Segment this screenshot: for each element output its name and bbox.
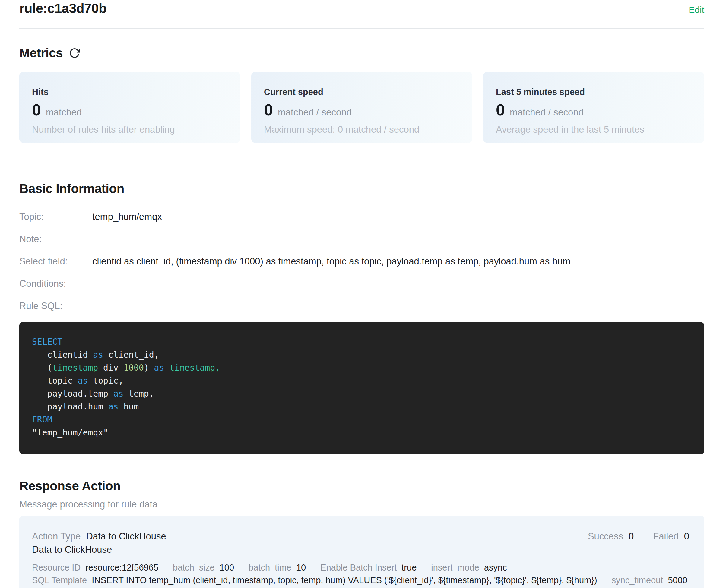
attribute-value: resource:12f56965 [86,562,158,573]
sql-code-line: clientid as client_id, [32,348,692,361]
sql-code-line: FROM [32,413,692,426]
failed-value: 0 [684,531,689,542]
metric-description: Number of rules hits after enabling [32,125,228,135]
action-type-pair: Action Type Data to ClickHouse [32,531,166,542]
basic-info-rows: Topic: temp_hum/emqx Note: Select field:… [19,210,704,312]
action-type-label: Action Type [32,531,80,542]
sql-code: SELECT clientid as client_id, (timestamp… [32,335,692,439]
metric-card: Hits 0 matched Number of rules hits afte… [19,72,240,143]
action-attributes-row: Resource ID resource:12f56965 batch_size… [32,562,689,573]
page-header: rule:c1a3d70b Edit [19,0,704,16]
action-card-top-row: Action Type Data to ClickHouse Success 0… [32,531,689,542]
metric-card-title: Current speed [264,87,460,97]
attribute-label: sync_timeout [612,575,663,586]
metric-value: 0 [32,101,41,118]
attribute-value: 10 [296,562,306,573]
response-action-subtitle: Message processing for rule data [19,498,704,511]
metric-value: 0 [264,101,273,118]
refresh-icon[interactable] [69,47,80,59]
page-title: rule:c1a3d70b [19,1,106,16]
metric-description: Maximum speed: 0 matched / second [264,125,460,135]
sql-code-line: topic as topic, [32,374,692,387]
info-row-label: Conditions: [19,277,92,290]
info-row-label: Rule SQL: [19,300,92,312]
divider [19,162,704,162]
metric-card: Last 5 minutes speed 0 matched / second … [483,72,704,143]
attribute-label: batch_size [173,562,215,573]
metric-card-value-row: 0 matched / second [264,101,460,121]
edit-link[interactable]: Edit [688,5,704,15]
attribute-label: SQL Template [32,575,87,586]
action-type-value: Data to ClickHouse [86,531,166,542]
info-row: Topic: temp_hum/emqx [19,210,704,223]
action-sql-template-row: SQL Template INSERT INTO temp_hum (clien… [32,575,689,586]
action-attribute: insert_mode async [431,562,507,573]
attribute-label: insert_mode [431,562,479,573]
action-attribute: Resource ID resource:12f56965 [32,562,158,573]
sql-code-line: payload.temp as temp, [32,387,692,400]
divider [19,465,704,466]
action-resource-name[interactable]: Data to ClickHouse [32,544,689,555]
info-row: Conditions: [19,277,704,290]
metric-value: 0 [496,101,505,118]
info-row-value: temp_hum/emqx [92,210,162,223]
info-row: Note: [19,233,704,245]
metric-card-value-row: 0 matched [32,101,228,121]
info-row-label: Note: [19,233,92,245]
sql-code-line: SELECT [32,335,692,348]
metrics-heading-label: Metrics [19,45,63,61]
success-counter: Success 0 [588,531,634,542]
info-row-label: Select field: [19,255,92,268]
attribute-value: true [401,562,416,573]
sql-code-line: "temp_hum/emqx" [32,426,692,439]
metric-unit: matched / second [278,104,352,121]
attribute-label: Enable Batch Insert [320,562,397,573]
metric-unit: matched / second [510,104,584,121]
info-row: Rule SQL: [19,300,704,312]
response-action-heading: Response Action [19,478,704,494]
sql-code-line: (timestamp div 1000) as timestamp, [32,361,692,374]
sql-code-line: payload.hum as hum [32,400,692,413]
info-row-label: Topic: [19,210,92,223]
metrics-section-heading: Metrics [19,45,704,61]
metric-card-title: Hits [32,87,228,97]
failed-label: Failed [653,531,678,542]
attribute-label: Resource ID [32,562,80,573]
divider [19,28,704,29]
attribute-value: INSERT INTO temp_hum (client_id, timesta… [92,575,597,586]
metric-unit: matched [46,104,82,121]
action-attribute: SQL Template INSERT INTO temp_hum (clien… [32,575,597,586]
action-attribute: sync_timeout 5000 [612,575,687,586]
metric-cards-row: Hits 0 matched Number of rules hits afte… [19,72,704,143]
metric-description: Average speed in the last 5 minutes [496,125,692,135]
metric-card-title: Last 5 minutes speed [496,87,692,97]
attribute-value: async [484,562,507,573]
info-row-value: clientid as client_id, (timestamp div 10… [92,255,570,268]
metric-card-value-row: 0 matched / second [496,101,692,121]
rule-sql-code-block: SELECT clientid as client_id, (timestamp… [19,322,704,454]
action-attribute: batch_time 10 [248,562,306,573]
success-label: Success [588,531,623,542]
attribute-label: batch_time [248,562,291,573]
action-counters: Success 0 Failed 0 [588,531,689,542]
basic-info-heading: Basic Information [19,181,704,197]
failed-counter: Failed 0 [653,531,689,542]
metric-card: Current speed 0 matched / second Maximum… [251,72,472,143]
action-attribute: batch_size 100 [173,562,234,573]
info-row: Select field: clientid as client_id, (ti… [19,255,704,268]
success-value: 0 [629,531,634,542]
rule-detail-page: rule:c1a3d70b Edit Metrics Hits 0 matche… [0,0,707,588]
attribute-value: 5000 [668,575,687,586]
attribute-value: 100 [220,562,234,573]
action-card: Action Type Data to ClickHouse Success 0… [19,516,704,588]
action-attribute: Enable Batch Insert true [320,562,416,573]
